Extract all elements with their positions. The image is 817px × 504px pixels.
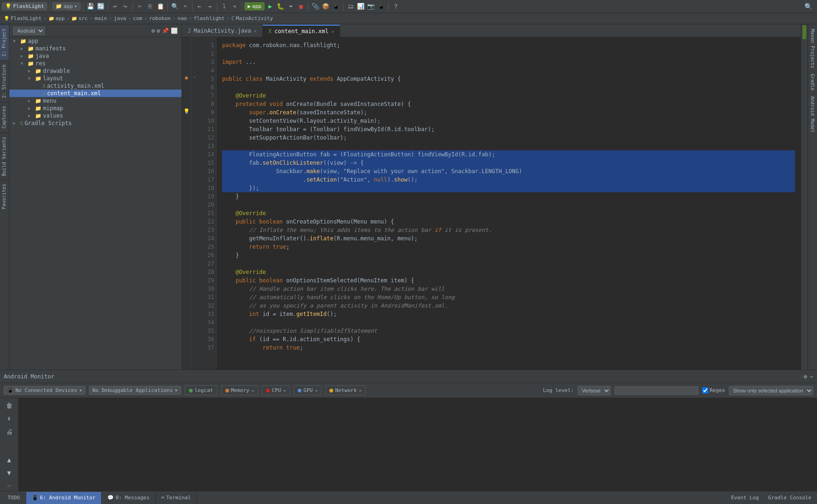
messages-tab-icon: 💬 (107, 495, 114, 501)
pin-icon[interactable]: 📌 (162, 28, 169, 34)
devices-dropdown[interactable]: 📱 No Connected Devices ▾ (4, 386, 85, 395)
tab-content-main-close[interactable]: ✕ (331, 29, 334, 34)
scroll-down-icon[interactable]: ▼ (4, 467, 15, 478)
tree-item-gradle[interactable]: ▶ G Gradle Scripts (9, 119, 182, 127)
tree-item-manifests[interactable]: ▶ 📁 manifests (9, 45, 182, 52)
expand-icon[interactable]: ⬜ (171, 28, 178, 34)
tab-mainactivity-java[interactable]: J MainActivity.java ✕ (182, 25, 263, 37)
undo-icon[interactable]: ↩ (111, 2, 120, 11)
tree-item-drawable[interactable]: ▶ 📁 drawable (9, 67, 182, 75)
sidebar-item-project[interactable]: 1: Project (0, 24, 9, 60)
tree-item-res[interactable]: ▼ 📁 res (9, 60, 182, 67)
sidebar-item-gradle[interactable]: Gradle (809, 71, 816, 93)
event-log-btn[interactable]: Event Log (727, 494, 763, 502)
sync-project-icon[interactable]: ⚙ (152, 28, 155, 34)
sidebar-item-captures[interactable]: Captures (0, 102, 9, 132)
bc-flashlight[interactable]: 💡 FlashLight (4, 15, 42, 21)
folder-drawable-icon: 📁 (35, 68, 42, 74)
monitor-tab-memory[interactable]: Memory → (221, 385, 258, 395)
sdk-manager-icon[interactable]: 📦 (321, 2, 330, 11)
app-dropdown[interactable]: 📁 app ▾ (52, 2, 81, 10)
sidebar-item-maven[interactable]: Maven Projects (809, 26, 816, 71)
avd-manager-icon[interactable]: 📱 (331, 2, 341, 11)
trace-icon[interactable]: 📊 (356, 2, 365, 11)
print-icon[interactable]: 🖨 (4, 426, 15, 437)
sync-icon[interactable]: 🔄 (96, 2, 105, 11)
tree-item-mipmap[interactable]: ▶ 📁 mipmap (9, 105, 182, 112)
monitor-tab-gpu[interactable]: GPU → (293, 385, 321, 395)
camera-icon[interactable]: 📷 (366, 2, 376, 11)
step-into-icon[interactable]: ↷ (230, 2, 239, 11)
tree-item-values[interactable]: ▶ 📁 values (9, 112, 182, 119)
fi-fold-1[interactable]: − (191, 75, 198, 83)
show-app-select[interactable]: Show only selected application No Filter… (729, 386, 813, 395)
project-button[interactable]: 💡 FlashLight (2, 2, 47, 10)
bc-com[interactable]: com (133, 15, 142, 21)
stop-icon[interactable]: ■ (296, 2, 306, 11)
monitor-tab-network[interactable]: Network → (325, 385, 365, 395)
bc-flashlight2[interactable]: flashlight (194, 15, 224, 21)
log-level-select[interactable]: Verbose Debug Info Warn Error (578, 386, 611, 395)
gear-icon[interactable]: ⚙ (157, 28, 160, 34)
redo-icon[interactable]: ↪ (121, 2, 130, 11)
log-search-input[interactable] (614, 386, 698, 395)
apps-dropdown[interactable]: No Debuggable Applications ▾ (89, 386, 181, 395)
top-search-icon[interactable]: 🔍 (802, 2, 815, 11)
scroll-to-end-icon[interactable]: ⬇ (4, 413, 15, 424)
step-over-icon[interactable]: ⤵ (220, 2, 229, 11)
bc-robokon[interactable]: robokon (149, 15, 171, 21)
bottom-tab-android-monitor[interactable]: 📱 6: Android Monitor (26, 492, 102, 504)
bc-main[interactable]: main (95, 15, 107, 21)
tree-item-menu[interactable]: ▶ 📁 menu (9, 97, 182, 105)
gradle-console-btn[interactable]: Gradle Console (764, 494, 815, 502)
expand-dots[interactable]: ⋯ (6, 480, 13, 491)
bc-mainactivity[interactable]: C MainActivity (231, 15, 273, 21)
code-lines[interactable]: package com.robokon.nao.flashlight; impo… (216, 37, 801, 370)
save-icon[interactable]: 💾 (86, 2, 95, 11)
bc-src[interactable]: 📁 src (71, 15, 88, 21)
separator-2 (83, 2, 84, 11)
monitor-log-area[interactable] (19, 398, 817, 491)
bottom-tab-terminal[interactable]: ⌨ Terminal (156, 492, 197, 504)
tree-item-layout[interactable]: ▼ 📁 layout (9, 75, 182, 82)
monitor-minimize-icon[interactable]: − (810, 373, 813, 380)
project-view-select[interactable]: Android Project (13, 27, 45, 35)
paste-icon[interactable]: 📋 (156, 2, 165, 11)
debug-icon[interactable]: 🐛 (276, 2, 285, 11)
tree-item-activity-main[interactable]: X activity_main.xml (9, 82, 182, 90)
find-icon[interactable]: 🔍 (170, 2, 180, 11)
sidebar-item-favorites[interactable]: Favorites (0, 180, 9, 213)
tree-item-content-main[interactable]: X content_main.xml (9, 90, 182, 97)
copy-icon[interactable]: ⎘ (146, 2, 155, 11)
sidebar-item-android-model[interactable]: Android Model (809, 93, 816, 135)
heap-icon[interactable]: 🗂 (346, 2, 355, 11)
scroll-up-icon[interactable]: ▲ (4, 454, 15, 465)
forward-icon[interactable]: → (205, 2, 215, 11)
monitor-settings-icon[interactable]: ⚙ (804, 373, 807, 380)
bottom-tab-messages[interactable]: 💬 0: Messages (102, 492, 156, 504)
cut-icon[interactable]: ✂ (135, 2, 145, 11)
sidebar-item-buildvariants[interactable]: Build Variants (0, 133, 9, 180)
regex-checkbox[interactable] (702, 387, 708, 393)
device-icon[interactable]: 📱 (377, 2, 386, 11)
help-icon[interactable]: ? (391, 2, 400, 11)
tab-content-main-xml[interactable]: X content_main.xml ✕ (263, 25, 340, 37)
tab-mainactivity-close[interactable]: ✕ (254, 28, 257, 34)
find2-icon[interactable]: ⌕ (181, 2, 190, 11)
bc-app[interactable]: 📁 app (49, 15, 65, 21)
run-button[interactable]: ▶ app (244, 2, 265, 10)
bc-java[interactable]: java (114, 15, 126, 21)
attach-icon[interactable]: 📎 (311, 2, 320, 11)
clear-logcat-icon[interactable]: 🗑 (4, 400, 15, 411)
back-icon[interactable]: ← (195, 2, 204, 11)
project-panel-header: Android Project ⚙ ⚙ 📌 ⬜ (9, 24, 182, 37)
monitor-tab-cpu[interactable]: CPU → (262, 385, 290, 395)
bc-nao[interactable]: nao (178, 15, 187, 21)
tree-item-java[interactable]: ▶ 📁 java (9, 52, 182, 60)
run-play-icon[interactable]: ▶ (265, 2, 275, 11)
sidebar-item-structure[interactable]: 2: Structure (0, 60, 9, 102)
bottom-tab-todo[interactable]: TODO (2, 492, 26, 504)
monitor-tab-logcat[interactable]: logcat (185, 385, 217, 395)
coverage-icon[interactable]: ☂ (286, 2, 295, 11)
tree-item-app[interactable]: ▼ 📁 app (9, 37, 182, 45)
